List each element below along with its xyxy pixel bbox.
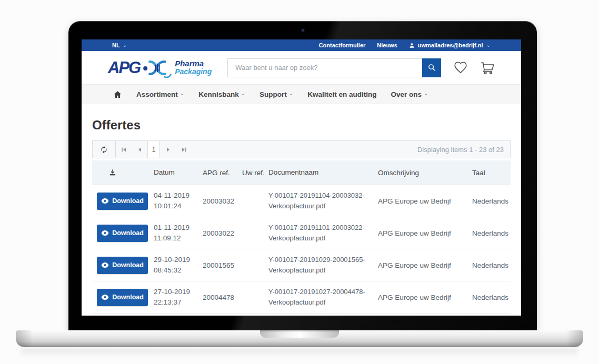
column-header-datum[interactable]: Datum bbox=[154, 167, 203, 178]
download-button-label: Download bbox=[112, 229, 144, 237]
laptop-lid-notch bbox=[260, 330, 339, 338]
chevron-down-icon: ⌄ bbox=[180, 91, 184, 96]
cell-apg-ref: 20003022 bbox=[203, 229, 242, 237]
table-row: Download 01-11-201911:09:12 20003022 Y-0… bbox=[92, 217, 511, 249]
cell-time: 08:45:32 bbox=[154, 265, 203, 276]
language-selector[interactable]: NL ⌄ bbox=[112, 42, 127, 48]
cell-apg-ref: 20001565 bbox=[203, 261, 242, 269]
webcam bbox=[302, 29, 304, 32]
cell-apg-ref: 20003032 bbox=[203, 197, 242, 205]
paging-status: Displaying items 1 - 23 of 23 bbox=[417, 146, 510, 154]
site-header: APG Pharma P bbox=[82, 51, 521, 84]
main-nav: Assortiment ⌄ Kennisbank ⌄ Support ⌄ Kwa… bbox=[82, 84, 521, 104]
dna-helix-icon bbox=[142, 57, 172, 78]
account-menu[interactable]: uwmailadres@bedrijf.nl ⌄ bbox=[409, 42, 491, 48]
chevron-down-icon: ⌄ bbox=[289, 91, 293, 96]
logo-tagline-1: Pharma bbox=[175, 59, 212, 68]
laptop-mockup: NL ⌄ Contactformulier Nieuws uwmailadres… bbox=[0, 0, 599, 364]
cell-documentnaam: Y-001017-20191029-20001565-Verkoopfactuu… bbox=[268, 255, 378, 276]
cell-datum: 27-10-201922:13:37 bbox=[154, 287, 203, 308]
nav-item-kwaliteit[interactable]: Kwaliteit en auditing bbox=[307, 90, 376, 98]
prev-page-button[interactable] bbox=[132, 141, 147, 158]
company-logo[interactable]: APG Pharma P bbox=[108, 57, 212, 78]
first-page-button[interactable] bbox=[116, 141, 132, 158]
column-header-taal[interactable]: Taal bbox=[472, 169, 511, 177]
nav-item-kennisbank[interactable]: Kennisbank ⌄ bbox=[198, 90, 245, 98]
page-title: Offertes bbox=[92, 118, 511, 133]
download-button[interactable]: Download bbox=[97, 193, 148, 210]
cart-button[interactable] bbox=[480, 61, 495, 75]
logo-acronym: APG bbox=[108, 59, 140, 76]
cell-omschrijving: APG Europe uw Bedrijf bbox=[378, 261, 472, 269]
cell-omschrijving: APG Europe uw Bedrijf bbox=[378, 294, 472, 301]
language-label: NL bbox=[112, 42, 120, 48]
news-link[interactable]: Nieuws bbox=[377, 42, 397, 48]
download-column-icon bbox=[109, 169, 116, 176]
eye-icon bbox=[101, 295, 109, 300]
search-bar bbox=[227, 58, 441, 77]
nav-item-label: Kwaliteit en auditing bbox=[307, 90, 376, 98]
nav-home-button[interactable] bbox=[113, 90, 122, 99]
wishlist-button[interactable] bbox=[454, 62, 467, 74]
column-header-omschrijving[interactable]: Omschrijving bbox=[378, 169, 472, 177]
search-input[interactable] bbox=[227, 58, 422, 77]
eye-icon bbox=[101, 262, 109, 268]
cell-documentnaam: Y-001017-20191104-20003032-Verkoopfactuu… bbox=[268, 190, 378, 211]
cell-time: 11:09:12 bbox=[154, 233, 203, 244]
nav-item-over-ons[interactable]: Over ons ⌄ bbox=[391, 90, 428, 98]
cell-apg-ref: 20004478 bbox=[203, 294, 242, 301]
prev-page-icon bbox=[137, 147, 143, 153]
next-page-button[interactable] bbox=[160, 141, 176, 158]
page-content: Offertes bbox=[82, 104, 521, 316]
grid-toolbar: 1 Displaying items 1 - 23 of 23 bbox=[92, 140, 511, 158]
chevron-down-icon: ⌄ bbox=[486, 43, 491, 48]
chevron-down-icon: ⌄ bbox=[123, 43, 127, 48]
chevron-down-icon: ⌄ bbox=[424, 91, 428, 96]
cell-datum: 04-11-201910:01:24 bbox=[154, 190, 203, 212]
refresh-icon bbox=[100, 146, 108, 154]
download-button[interactable]: Download bbox=[97, 225, 148, 242]
shopping-cart-icon bbox=[480, 61, 495, 75]
nav-item-support[interactable]: Support ⌄ bbox=[259, 90, 293, 98]
cell-omschrijving: APG Europe uw Bedrijf bbox=[378, 197, 472, 205]
search-icon bbox=[427, 63, 436, 72]
download-button-label: Download bbox=[112, 261, 144, 269]
column-header-apg-ref[interactable]: APG ref. bbox=[203, 169, 242, 177]
cell-taal: Nederlands bbox=[472, 294, 511, 301]
nav-item-label: Kennisbank bbox=[198, 90, 239, 98]
refresh-button[interactable] bbox=[93, 141, 116, 158]
first-page-icon bbox=[121, 147, 127, 153]
cell-documentnaam: Y-001017-20191101-20003022-Verkoopfactuu… bbox=[268, 223, 378, 244]
cell-date: 04-11-2019 bbox=[154, 190, 203, 201]
home-icon bbox=[113, 90, 122, 99]
account-email: uwmailadres@bedrijf.nl bbox=[418, 42, 483, 48]
nav-item-label: Over ons bbox=[391, 90, 422, 98]
column-header-documentnaam[interactable]: Documentnaam bbox=[268, 167, 378, 178]
laptop-reflection bbox=[21, 348, 578, 359]
download-button[interactable]: Download bbox=[97, 289, 148, 306]
column-header-uw-ref[interactable]: Uw ref. bbox=[242, 169, 268, 177]
cell-datum: 29-10-201908:45:32 bbox=[154, 255, 203, 276]
table-row: Download 29-10-201908:45:32 20001565 Y-0… bbox=[92, 249, 511, 281]
current-page-indicator[interactable]: 1 bbox=[147, 141, 160, 158]
logo-tagline-2: Packaging bbox=[175, 68, 212, 76]
download-button-label: Download bbox=[112, 294, 144, 301]
laptop-base bbox=[16, 330, 583, 347]
download-button-label: Download bbox=[112, 197, 144, 205]
cell-taal: Nederlands bbox=[472, 229, 511, 237]
search-button[interactable] bbox=[422, 58, 441, 77]
browser-viewport: NL ⌄ Contactformulier Nieuws uwmailadres… bbox=[82, 39, 521, 316]
last-page-button[interactable] bbox=[176, 141, 192, 158]
download-button[interactable]: Download bbox=[97, 257, 148, 274]
cell-time: 22:13:37 bbox=[154, 297, 203, 308]
cell-date: 01-11-2019 bbox=[154, 223, 203, 233]
eye-icon bbox=[101, 198, 109, 204]
nav-item-label: Assortiment bbox=[136, 90, 178, 98]
heart-icon bbox=[454, 62, 467, 74]
cell-datum: 01-11-201911:09:12 bbox=[154, 223, 203, 244]
user-icon bbox=[409, 43, 415, 48]
nav-item-label: Support bbox=[259, 90, 287, 98]
nav-item-assortiment[interactable]: Assortiment ⌄ bbox=[136, 90, 184, 98]
chevron-down-icon: ⌄ bbox=[241, 91, 245, 96]
contact-form-link[interactable]: Contactformulier bbox=[319, 42, 366, 48]
